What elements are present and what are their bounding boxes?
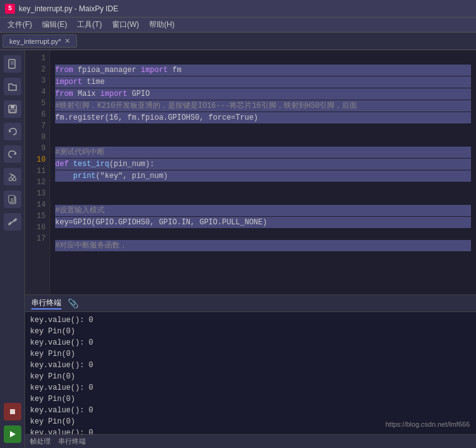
- terminal-header: 串行终端 📎: [25, 294, 476, 312]
- svg-point-6: [9, 178, 12, 181]
- status-bar: 帧处理 串行终端: [25, 434, 476, 448]
- menu-file[interactable]: 文件(F): [3, 18, 37, 31]
- code-content[interactable]: from fpioa_manager import fm import time…: [50, 50, 476, 294]
- code-line-8: [55, 135, 471, 146]
- terminal-line: key Pin(0): [30, 371, 471, 382]
- sidebar: [0, 50, 25, 448]
- code-line-9: #测试代码中断: [55, 147, 471, 158]
- terminal-line: key.value(): 0: [30, 405, 471, 416]
- sidebar-run-btn[interactable]: [4, 425, 21, 443]
- code-line-13: [55, 193, 471, 204]
- status-right: 串行终端: [58, 437, 86, 446]
- code-line-3: import time: [55, 76, 471, 88]
- menu-bar: 文件(F) 编辑(E) 工具(T) 窗口(W) 帮助(H): [0, 18, 476, 33]
- menu-help[interactable]: 帮助(H): [144, 18, 180, 31]
- terminal-line: key.value(): 0: [30, 315, 471, 326]
- tab-close-icon[interactable]: ✕: [65, 37, 70, 45]
- svg-rect-17: [10, 409, 15, 414]
- terminal-line: key.value(): 0: [30, 427, 471, 434]
- sidebar-stop-btn[interactable]: [4, 403, 21, 420]
- code-line-7: [55, 123, 471, 135]
- code-editor[interactable]: 1 2 3 4 5 6 7 8 9 10 11 12 13 14 15 16 1…: [25, 50, 476, 294]
- code-line-10: ● def test_irq(pin_num):: [55, 159, 471, 170]
- tab-label: key_interrupt.py*: [9, 38, 61, 45]
- menu-edit[interactable]: 编辑(E): [37, 18, 72, 31]
- app-icon: S: [5, 4, 15, 14]
- sidebar-save[interactable]: [4, 100, 21, 118]
- svg-point-7: [13, 178, 16, 181]
- title-bar: S key_interrupt.py - MaixPy IDE: [0, 0, 476, 18]
- terminal-line: key.value(): 0: [30, 337, 471, 348]
- code-line-11: print("key", pin_num): [55, 170, 471, 182]
- sidebar-redo[interactable]: [4, 145, 21, 163]
- menu-window[interactable]: 窗口(W): [107, 18, 144, 31]
- svg-marker-18: [10, 431, 16, 437]
- code-line-2: from fpioa_manager import fm: [55, 65, 471, 76]
- code-line-14: #设置输入模式: [55, 205, 471, 216]
- title-text: key_interrupt.py - MaixPy IDE: [19, 4, 118, 13]
- terminal-tab-serial[interactable]: 串行终端: [31, 298, 61, 310]
- sidebar-open-file[interactable]: [4, 78, 21, 95]
- svg-line-10: [9, 174, 16, 177]
- sidebar-undo[interactable]: [4, 123, 21, 140]
- svg-rect-4: [11, 105, 14, 108]
- code-line-17: #对应中断服务函数，: [55, 240, 471, 251]
- status-left: 帧处理: [30, 437, 51, 446]
- svg-line-16: [11, 221, 14, 223]
- terminal-line: key Pin(0): [30, 326, 471, 337]
- terminal-attach-icon[interactable]: 📎: [68, 298, 78, 309]
- content-area: 1 2 3 4 5 6 7 8 9 10 11 12 13 14 15 16 1…: [25, 50, 476, 448]
- menu-tools[interactable]: 工具(T): [72, 18, 106, 31]
- code-line-5: #映射引脚，K210开发板亚博的，是按键是IO16---将芯片16引脚，映射到H…: [55, 100, 471, 112]
- watermark: https://blog.csdn.net/lmf666: [385, 420, 470, 428]
- main-area: 1 2 3 4 5 6 7 8 9 10 11 12 13 14 15 16 1…: [0, 50, 476, 448]
- code-line-6: fm.register(16, fm.fpioa.GPIOHS0, force=…: [55, 112, 471, 123]
- terminal-line: key Pin(0): [30, 348, 471, 360]
- line-numbers: 1 2 3 4 5 6 7 8 9 10 11 12 13 14 15 16 1…: [25, 50, 50, 294]
- sidebar-paste[interactable]: [4, 190, 21, 208]
- sidebar-link[interactable]: [4, 213, 21, 231]
- code-line-15: key=GPIO(GPIO.GPIOHS0, GPIO.IN, GPIO.PUL…: [55, 217, 471, 228]
- tab-file[interactable]: key_interrupt.py* ✕: [3, 34, 77, 48]
- sidebar-cut[interactable]: [4, 168, 21, 185]
- code-line-4: from Maix import GPIO: [55, 88, 471, 100]
- code-line-16: [55, 228, 471, 239]
- terminal-line: key.value(): 0: [30, 360, 471, 371]
- svg-rect-5: [10, 110, 15, 112]
- terminal-line: key Pin(0): [30, 393, 471, 405]
- tab-bar: key_interrupt.py* ✕: [0, 33, 476, 50]
- terminal-line: key.value(): 0: [30, 382, 471, 393]
- code-line-1: [55, 53, 471, 64]
- terminal-area[interactable]: key.value(): 0 key Pin(0) key.value(): 0…: [25, 312, 476, 434]
- code-line-12: [55, 182, 471, 193]
- sidebar-new-file[interactable]: [4, 55, 21, 73]
- terminal-content: key.value(): 0 key Pin(0) key.value(): 0…: [25, 312, 476, 434]
